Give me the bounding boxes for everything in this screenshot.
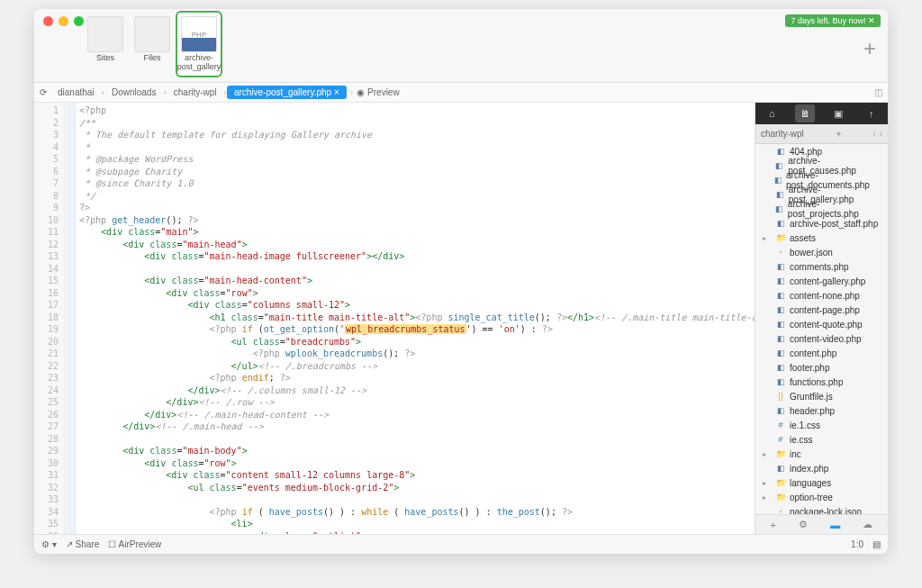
file-item[interactable]: ◧archive-post_projects.php: [755, 202, 888, 216]
file-item[interactable]: {}Gruntfile.js: [755, 389, 888, 403]
file-item[interactable]: ◧footer.php: [755, 360, 888, 375]
file-item[interactable]: ◧content-video.php: [755, 331, 888, 346]
php-icon: ◧: [775, 405, 786, 416]
file-item[interactable]: ◧content-none.php: [755, 288, 888, 303]
folder-icon: 📁: [775, 448, 786, 459]
php-icon: ◧: [775, 376, 786, 387]
titlebar: SitesFilesPHParchive-post_gallery 7 days…: [34, 9, 888, 83]
js-icon: {}: [775, 391, 786, 402]
php-icon: ◧: [774, 204, 784, 214]
add-tab-button[interactable]: +: [857, 36, 882, 61]
php-icon: ◧: [773, 175, 782, 185]
app-window: SitesFilesPHParchive-post_gallery 7 days…: [34, 9, 888, 554]
share-button[interactable]: ↗ Share: [66, 539, 99, 549]
file-item[interactable]: #ie.css: [755, 432, 888, 447]
zoom-window-button[interactable]: [74, 16, 84, 26]
file-item[interactable]: ▸📁option-tree: [755, 490, 888, 504]
line-gutter: 1234567891011121314151617181920212223242…: [34, 103, 65, 534]
folder-icon: 📁: [775, 477, 786, 488]
file-item[interactable]: ◦bower.json: [755, 245, 888, 259]
json-icon: ◦: [775, 247, 786, 258]
upload-icon[interactable]: ↑: [862, 104, 881, 122]
traffic-lights: [43, 16, 84, 26]
breadcrumb-item[interactable]: Downloads: [104, 86, 163, 99]
chevron-right-icon: ›: [350, 87, 353, 97]
php-icon: ◧: [775, 348, 786, 358]
css-icon: #: [775, 420, 786, 430]
sidebar-tabs: ⌂ 🗎 ▣ ↑: [755, 103, 888, 124]
file-item[interactable]: ◦package-lock.json: [755, 504, 888, 514]
nav-forward-icon[interactable]: ›: [880, 129, 882, 139]
php-icon: ◧: [775, 362, 786, 373]
right-sidebar: ⌂ 🗎 ▣ ↑ charity-wpl ▾ ‹ › ◧404.php◧archi…: [755, 103, 888, 534]
home-icon[interactable]: ⌂: [762, 104, 782, 122]
php-icon: ◧: [775, 304, 786, 315]
file-item[interactable]: ◧comments.php: [755, 259, 888, 274]
php-icon: ◧: [775, 146, 786, 157]
tab-sites[interactable]: Sites: [84, 13, 127, 67]
file-tree[interactable]: ◧404.php◧archive-post_causes.php◧archive…: [755, 144, 888, 514]
project-header[interactable]: charity-wpl ▾ ‹ ›: [755, 124, 888, 144]
publish-icon[interactable]: ▣: [828, 104, 848, 122]
file-item[interactable]: #ie.1.css: [755, 418, 888, 432]
file-item[interactable]: ◧index.php: [755, 461, 888, 475]
php-icon: ◧: [775, 333, 786, 344]
file-item[interactable]: ◧archive-post_staff.php: [755, 216, 888, 231]
nav-back-icon[interactable]: ‹: [872, 129, 875, 139]
cloud-icon[interactable]: ☁: [863, 519, 872, 530]
php-icon: ◧: [775, 463, 786, 474]
add-file-icon[interactable]: +: [771, 520, 776, 530]
file-item[interactable]: ◧content-gallery.php: [755, 274, 888, 288]
file-item[interactable]: ▸📁languages: [755, 475, 888, 490]
main-body: 1234567891011121314151617181920212223242…: [34, 103, 888, 534]
airpreview-button[interactable]: ☐ AirPreview: [108, 539, 161, 549]
buy-banner[interactable]: 7 days left. Buy now! ✕: [785, 14, 881, 27]
php-icon: ◧: [775, 319, 786, 330]
breadcrumb-item[interactable]: dianathai: [50, 86, 102, 99]
project-name: charity-wpl: [761, 129, 804, 139]
breadcrumb-item[interactable]: charity-wpl: [167, 86, 224, 99]
project-dropdown-icon[interactable]: ▾: [836, 129, 841, 139]
document-tabs: SitesFilesPHParchive-post_gallery: [84, 13, 221, 82]
php-icon: ◧: [775, 276, 786, 286]
settings-icon[interactable]: ⚙ ▾: [41, 539, 57, 549]
reload-icon[interactable]: ⟳: [40, 87, 47, 97]
file-item[interactable]: ◧header.php: [755, 403, 888, 418]
tab-archive-post-gallery[interactable]: PHParchive-post_gallery: [177, 13, 221, 76]
code-editor[interactable]: 1234567891011121314151617181920212223242…: [34, 103, 755, 534]
file-item[interactable]: ◧functions.php: [755, 375, 888, 389]
json-icon: ◦: [775, 506, 786, 514]
folder-icon: 📁: [775, 232, 786, 243]
php-icon: ◧: [774, 160, 784, 171]
file-item[interactable]: ◧content.php: [755, 346, 888, 360]
files-icon[interactable]: 🗎: [795, 104, 815, 122]
preview-button[interactable]: ◉ Preview: [357, 87, 400, 97]
breadcrumb-active-file[interactable]: archive-post_gallery.php ×: [227, 86, 347, 99]
close-window-button[interactable]: [43, 16, 53, 26]
tab-files[interactable]: Files: [131, 13, 174, 67]
code-area[interactable]: <?php/** * The default template for disp…: [76, 103, 755, 534]
minimize-window-button[interactable]: [59, 16, 68, 26]
file-item[interactable]: ▸📁inc: [755, 447, 888, 461]
fold-column: [65, 103, 76, 534]
php-icon: ◧: [775, 290, 786, 301]
file-item[interactable]: ◧content-page.php: [755, 303, 888, 317]
php-icon: ◧: [775, 261, 786, 272]
split-icon[interactable]: ◫: [874, 87, 882, 97]
sidebar-statusbar: + ⚙ ▬ ☁: [755, 514, 888, 534]
file-item[interactable]: ▸📁assets: [755, 231, 888, 245]
breadcrumb-bar: ⟳ dianathai›Downloads›charity-wpl›archiv…: [34, 83, 888, 103]
gear-icon[interactable]: ⚙: [799, 519, 808, 530]
statusbar: ⚙ ▾ ↗ Share ☐ AirPreview 1:0 ▤: [34, 534, 888, 554]
minimap-icon[interactable]: ▤: [872, 539, 881, 549]
php-icon: ◧: [774, 189, 784, 200]
folder-icon: 📁: [775, 492, 786, 502]
cursor-position: 1:0: [851, 539, 863, 549]
php-icon: ◧: [775, 218, 786, 229]
view-icon[interactable]: ▬: [830, 520, 840, 530]
css-icon: #: [775, 434, 786, 445]
file-item[interactable]: ◧content-quote.php: [755, 317, 888, 331]
